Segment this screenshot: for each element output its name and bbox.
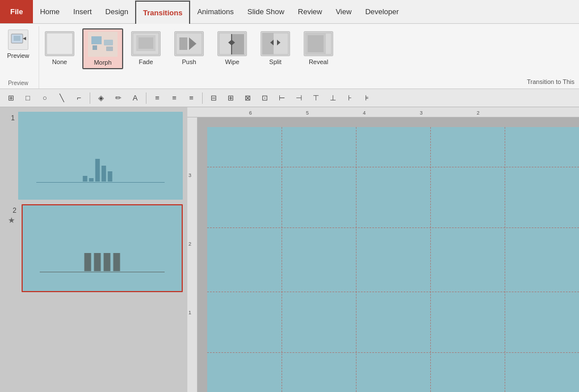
ruler-v-1: 1 <box>188 310 191 315</box>
svg-rect-1 <box>14 36 20 41</box>
tool-corner[interactable]: ⌐ <box>72 91 86 106</box>
reveal-label: Reveal <box>309 58 328 65</box>
tool-group5[interactable]: ⊢ <box>274 91 289 106</box>
tool-group7[interactable]: ⊤ <box>308 91 323 106</box>
morph-svg <box>88 32 118 57</box>
preview-button[interactable]: Preview <box>5 28 32 60</box>
transition-push[interactable]: Push <box>169 28 209 68</box>
tool-group3[interactable]: ⊠ <box>240 91 255 106</box>
tool-ellipse[interactable]: ○ <box>37 91 52 106</box>
main-area: 1 2 ★ <box>0 107 579 392</box>
grid-col-2 <box>356 127 356 392</box>
grid-line-1 <box>207 167 579 167</box>
split-svg <box>261 32 290 56</box>
tool-group6[interactable]: ⊣ <box>291 91 306 106</box>
svg-rect-8 <box>106 47 113 51</box>
preview-svg-icon <box>10 32 26 48</box>
svg-rect-6 <box>104 40 113 45</box>
tool-group9[interactable]: ⊦ <box>342 91 357 106</box>
push-label: Push <box>182 58 196 65</box>
editing-area[interactable]: 6 5 4 3 2 3 2 1 <box>187 107 579 392</box>
fade-icon <box>131 31 161 56</box>
tool-align-right[interactable]: ≡ <box>184 91 199 106</box>
split-icon <box>261 31 290 56</box>
split-label: Split <box>269 58 281 65</box>
wipe-label: Wipe <box>225 58 239 65</box>
menu-design[interactable]: Design <box>99 0 135 23</box>
ruler-h-5: 5 <box>306 110 309 116</box>
svg-rect-14 <box>179 37 187 50</box>
tool-group4[interactable]: ⊡ <box>257 91 272 106</box>
menu-developer[interactable]: Developer <box>358 0 405 23</box>
svg-rect-11 <box>139 37 153 49</box>
slide-thumbnail-2[interactable] <box>22 204 183 292</box>
reveal-icon <box>304 31 333 56</box>
slide2-baseline <box>40 272 165 272</box>
tool-group8[interactable]: ⊥ <box>325 91 340 106</box>
morph-label: Morph <box>94 59 111 66</box>
svg-rect-26 <box>308 35 324 52</box>
tool-align-left[interactable]: ≡ <box>150 91 165 106</box>
slide-canvas[interactable] <box>207 127 579 392</box>
menu-home[interactable]: Home <box>33 0 66 23</box>
tool-group2[interactable]: ⊞ <box>223 91 238 106</box>
menu-view[interactable]: View <box>329 0 358 23</box>
transition-fade[interactable]: Fade <box>125 28 166 68</box>
tool-rect[interactable]: □ <box>20 91 35 106</box>
slides-panel: 1 2 ★ <box>0 107 187 392</box>
bar4 <box>102 166 106 182</box>
grid-col-1 <box>282 127 282 392</box>
slide-number-2: 2 <box>6 204 16 214</box>
bar1 <box>83 176 87 182</box>
svg-rect-7 <box>93 45 97 50</box>
toolbar: ⊞ □ ○ ╲ ⌐ ◈ ✏ A ≡ ≡ ≡ ⊟ ⊞ ⊠ ⊡ ⊢ ⊣ ⊤ ⊥ ⊦ … <box>0 89 579 107</box>
slide-number-1: 1 <box>5 112 15 122</box>
transitions-list: None Morph <box>39 26 574 69</box>
transition-reveal[interactable]: Reveal <box>298 28 339 68</box>
ruler-horizontal: 6 5 4 3 2 <box>187 107 579 117</box>
grid-line-3 <box>207 292 579 292</box>
svg-marker-2 <box>23 37 26 40</box>
tool-fill[interactable]: ◈ <box>94 91 108 106</box>
ruler-h-ticks: 6 5 4 3 2 <box>200 107 579 117</box>
transition-morph[interactable]: Morph <box>82 28 123 69</box>
tool-group1[interactable]: ⊟ <box>206 91 221 106</box>
menu-slideshow[interactable]: Slide Show <box>241 0 291 23</box>
tool-align-center[interactable]: ≡ <box>167 91 182 106</box>
menu-animations[interactable]: Animations <box>190 0 240 23</box>
ruler-vertical: 3 2 1 <box>187 117 198 392</box>
fade-label: Fade <box>139 58 153 65</box>
slide-thumbnail-1[interactable] <box>18 112 183 200</box>
bar2-1 <box>85 253 91 271</box>
bar3 <box>95 159 100 182</box>
file-tab[interactable]: File <box>0 0 33 23</box>
ruler-v-3: 3 <box>188 172 191 178</box>
transition-to-this-label: Transition to This <box>527 78 574 85</box>
reveal-svg <box>304 32 333 56</box>
grid-col-3 <box>430 127 431 392</box>
slide-item-2: 2 ★ <box>5 204 183 292</box>
ruler-h-6: 6 <box>249 110 252 116</box>
slide2-chart <box>85 253 120 271</box>
menu-transitions[interactable]: Transitions <box>135 1 190 24</box>
grid-col-4 <box>505 127 505 392</box>
ruler-v-ticks: 3 2 1 <box>187 117 197 392</box>
svg-marker-16 <box>232 34 244 54</box>
none-label: None <box>52 58 67 65</box>
tool-table[interactable]: ⊞ <box>3 91 18 106</box>
menu-insert[interactable]: Insert <box>66 0 99 23</box>
tool-group10[interactable]: ⊧ <box>359 91 374 106</box>
tool-text[interactable]: A <box>128 91 142 106</box>
push-icon <box>174 31 204 56</box>
transition-split[interactable]: Split <box>255 28 296 68</box>
transition-wipe[interactable]: Wipe <box>212 28 253 68</box>
menu-review[interactable]: Review <box>291 0 329 23</box>
tool-line[interactable]: ╲ <box>54 91 69 106</box>
preview-section-label: Preview <box>8 80 28 88</box>
bar2 <box>89 178 94 182</box>
transition-none[interactable]: None <box>39 28 80 68</box>
slide2-star: ★ <box>8 214 15 225</box>
slide-item-1: 1 <box>5 112 183 200</box>
tool-pen[interactable]: ✏ <box>111 91 125 106</box>
bar2-2 <box>94 253 101 271</box>
